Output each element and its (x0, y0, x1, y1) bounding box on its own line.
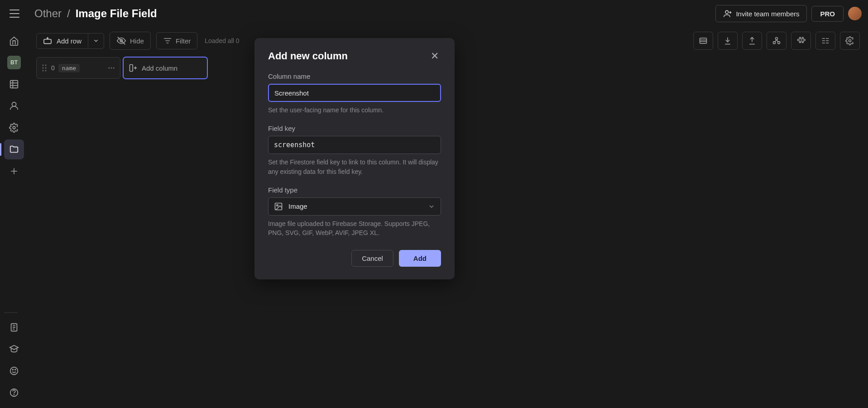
extensions-button[interactable] (791, 32, 811, 50)
svg-point-10 (12, 102, 16, 106)
invite-team-button[interactable]: Invite team members (715, 5, 807, 22)
svg-point-49 (45, 70, 47, 72)
svg-point-36 (776, 38, 778, 40)
field-type-value: Image (288, 202, 307, 210)
svg-point-45 (45, 65, 47, 66)
svg-point-43 (849, 40, 851, 42)
person-add-icon (723, 9, 732, 18)
svg-point-52 (113, 67, 115, 69)
field-key-input[interactable] (268, 136, 441, 154)
loaded-status: Loaded all 0 (205, 37, 239, 44)
field-key-helper: Set the Firestore field key to link to t… (268, 158, 441, 176)
sidebar-add[interactable] (4, 161, 24, 181)
breadcrumb-parent[interactable]: Other (34, 7, 62, 20)
filter-label: Filter (176, 37, 191, 45)
chevron-down-icon (93, 38, 99, 44)
column-name-input[interactable] (268, 84, 441, 102)
breadcrumb-current: Image File Field (76, 7, 157, 20)
breadcrumb: Other / Image File Field (28, 7, 710, 20)
svg-point-50 (108, 67, 110, 69)
svg-point-18 (10, 367, 18, 375)
column-index: 0 (51, 64, 55, 72)
sidebar-workspace[interactable]: BT (4, 53, 24, 72)
sidebar-home[interactable] (4, 31, 24, 51)
svg-rect-6 (10, 81, 18, 88)
close-icon: ✕ (431, 50, 439, 62)
field-type-select[interactable]: Image (268, 197, 441, 216)
filter-icon (163, 36, 172, 45)
add-column-icon (128, 63, 138, 72)
image-icon (274, 202, 283, 211)
table-settings-button[interactable] (840, 32, 860, 50)
sidebar-folder[interactable] (4, 139, 24, 159)
svg-point-57 (277, 205, 278, 206)
row-height-button[interactable] (693, 32, 713, 50)
add-column-header[interactable]: Add column (123, 57, 207, 79)
hide-label: Hide (130, 37, 144, 45)
cancel-button[interactable]: Cancel (351, 250, 393, 267)
eye-off-icon (116, 36, 126, 46)
svg-point-19 (12, 369, 13, 370)
svg-point-11 (13, 126, 15, 129)
column-name-label: Column name (268, 72, 441, 80)
sidebar-settings[interactable] (4, 118, 24, 138)
svg-rect-23 (44, 39, 51, 44)
add-row-label: Add row (57, 37, 82, 45)
add-column-label: Add column (142, 64, 177, 72)
filter-button[interactable]: Filter (156, 32, 197, 49)
drag-handle-icon[interactable] (41, 64, 48, 72)
sidebar-learn[interactable] (4, 339, 24, 359)
user-avatar[interactable] (848, 7, 862, 20)
column-more-icon[interactable] (107, 64, 115, 72)
add-row-icon (43, 37, 52, 44)
workspace-badge: BT (7, 56, 21, 69)
svg-point-48 (43, 70, 44, 72)
sidebar-docs[interactable] (4, 317, 24, 337)
svg-point-47 (45, 67, 47, 69)
field-key-label: Field key (268, 125, 441, 132)
invite-team-label: Invite team members (736, 10, 799, 18)
sidebar-tables[interactable] (4, 74, 24, 94)
import-button[interactable] (718, 32, 738, 50)
add-row-button[interactable]: Add row (36, 33, 88, 49)
sidebar-users[interactable] (4, 96, 24, 116)
modal-title: Add new column (268, 50, 348, 62)
column-header-name[interactable]: 0 name (36, 57, 120, 79)
add-button[interactable]: Add (399, 250, 441, 267)
svg-point-51 (111, 67, 112, 69)
pro-button[interactable]: PRO (811, 6, 844, 22)
add-column-modal: Add new column ✕ Column name Set the use… (254, 38, 455, 279)
webhooks-button[interactable] (767, 32, 786, 50)
svg-point-46 (43, 67, 44, 69)
hide-button[interactable]: Hide (110, 32, 151, 50)
cloud-logs-button[interactable] (815, 32, 835, 50)
chevron-down-icon (428, 203, 435, 210)
column-name-helper: Set the user-facing name for this column… (268, 106, 441, 115)
svg-point-3 (725, 10, 729, 14)
svg-rect-31 (700, 38, 707, 43)
sidebar-help[interactable] (4, 383, 24, 403)
menu-button[interactable] (6, 5, 23, 22)
svg-point-22 (14, 394, 14, 395)
svg-point-20 (15, 369, 16, 370)
sidebar-divider (4, 312, 18, 313)
export-button[interactable] (742, 32, 762, 50)
sidebar-feedback[interactable] (4, 361, 24, 381)
column-name-chip: name (58, 64, 80, 72)
svg-point-44 (43, 65, 44, 66)
add-row-dropdown[interactable] (88, 33, 104, 49)
modal-close-button[interactable]: ✕ (428, 50, 441, 62)
field-type-label: Field type (268, 186, 441, 194)
field-type-helper: Image file uploaded to Firebase Storage.… (268, 219, 441, 238)
breadcrumb-separator: / (67, 7, 70, 20)
svg-rect-53 (130, 65, 133, 72)
